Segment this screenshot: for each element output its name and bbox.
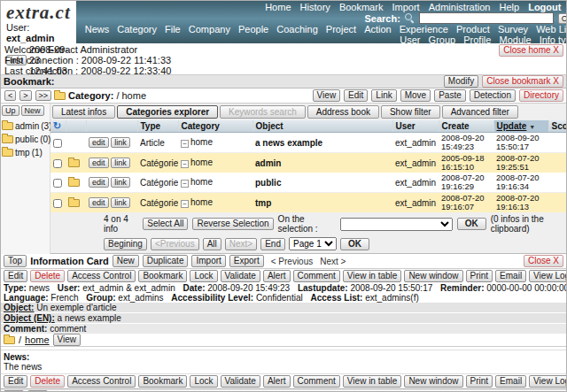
top-menu-link[interactable]: Bookmark xyxy=(339,2,384,12)
close-bookmark-button[interactable]: Close bookmark X xyxy=(482,75,563,88)
bottom-action-button[interactable]: View Log xyxy=(529,375,567,388)
row-edit-button[interactable]: edit xyxy=(89,177,109,188)
col-user[interactable]: User xyxy=(392,120,439,133)
object-link[interactable]: admin xyxy=(252,153,392,173)
row-link-button[interactable]: link xyxy=(111,158,130,168)
col-score[interactable]: Score xyxy=(548,120,567,133)
bottom-action-button[interactable]: Edit xyxy=(4,375,27,388)
table-row[interactable]: edit link Catégorie home admin ext_admin… xyxy=(50,153,567,173)
table-row[interactable]: edit link Catégorie home public ext_admi… xyxy=(50,173,567,193)
module-menu-link[interactable]: People xyxy=(238,24,268,35)
search-ok-button[interactable]: OK xyxy=(558,13,567,24)
card-action-button[interactable]: Alert xyxy=(263,270,291,282)
directory-button[interactable]: Directory xyxy=(519,89,563,102)
view-category-button[interactable]: View xyxy=(53,334,82,346)
tree-item[interactable]: tmp (1) xyxy=(2,146,49,159)
row-checkbox[interactable] xyxy=(53,199,62,208)
nav-last-button[interactable]: >> xyxy=(35,90,52,101)
card-action-button[interactable]: Delete xyxy=(30,270,65,282)
module-menu-link[interactable]: Coaching xyxy=(276,24,317,35)
refresh-icon[interactable] xyxy=(53,121,61,131)
bottom-action-button[interactable]: Validate xyxy=(221,375,260,388)
top-button[interactable]: Top xyxy=(4,255,27,267)
object-link[interactable]: public xyxy=(252,173,392,193)
top-menu-link[interactable]: Home xyxy=(265,2,291,12)
module-menu-link[interactable]: Category xyxy=(117,24,157,35)
tab[interactable]: Categories explorer xyxy=(117,105,218,119)
top-menu-link[interactable]: Logout xyxy=(528,2,561,12)
bottom-action-button[interactable]: Delete xyxy=(30,375,65,388)
move-button[interactable]: Move xyxy=(400,89,431,102)
page-select[interactable]: Page 1 xyxy=(289,237,337,250)
search-input[interactable] xyxy=(419,12,554,24)
module-menu-link[interactable]: File xyxy=(165,24,181,35)
nav-first-button[interactable]: < xyxy=(4,90,16,101)
tab[interactable]: Advanced filter xyxy=(442,105,518,119)
bottom-action-button[interactable]: Comment xyxy=(293,375,340,388)
card-action-button[interactable]: New window xyxy=(404,270,462,282)
next-page-button[interactable]: Next> xyxy=(225,238,257,250)
collapse-icon[interactable] xyxy=(181,140,189,148)
collapse-icon[interactable] xyxy=(181,200,189,208)
close-home-button[interactable]: Close home X xyxy=(499,44,563,57)
module-menu-link[interactable]: Product xyxy=(456,24,490,35)
tab[interactable]: Keywords search xyxy=(220,105,306,119)
object-link[interactable]: tmp xyxy=(252,193,392,213)
end-button[interactable]: End xyxy=(260,238,285,250)
row-edit-button[interactable]: edit xyxy=(89,197,109,208)
row-link-button[interactable]: link xyxy=(111,137,130,148)
bottom-action-button[interactable]: Alert xyxy=(263,375,291,388)
module-menu-link[interactable]: Company xyxy=(189,24,230,35)
close-card-button[interactable]: Close X xyxy=(524,255,563,267)
row-link-button[interactable]: link xyxy=(111,197,130,208)
module-menu-link[interactable]: Experience xyxy=(400,24,448,35)
top-menu-link[interactable]: Import xyxy=(392,2,419,12)
bottom-action-button[interactable]: View in table xyxy=(343,375,402,388)
col-category[interactable]: Category xyxy=(178,120,252,133)
col-create[interactable]: Create xyxy=(439,120,493,133)
row-checkbox[interactable] xyxy=(53,139,62,148)
new-card-button[interactable]: New xyxy=(113,255,139,267)
tab[interactable]: Latest infos xyxy=(52,105,115,119)
tab[interactable]: Address book xyxy=(307,105,379,119)
module-menu-link[interactable]: Action xyxy=(364,24,392,35)
selection-ok-button[interactable]: OK xyxy=(457,218,486,230)
collapse-icon[interactable] xyxy=(181,160,189,168)
detection-button[interactable]: Detection xyxy=(470,89,516,102)
bottom-action-button[interactable]: Access Control xyxy=(67,375,136,388)
top-menu-link[interactable]: Help xyxy=(499,2,519,12)
module-menu-link[interactable]: Project xyxy=(326,24,356,35)
link-button[interactable]: Link xyxy=(371,89,396,102)
top-menu-link[interactable]: Administration xyxy=(429,2,491,12)
card-action-button[interactable]: Email xyxy=(495,270,526,282)
up-button[interactable]: Up xyxy=(2,105,19,116)
table-row[interactable]: edit link Article home a news example ex… xyxy=(50,133,567,153)
bottom-action-button[interactable]: New window xyxy=(404,375,462,388)
bottom-action-button[interactable]: Lock xyxy=(190,375,217,388)
object-link[interactable]: a news example xyxy=(252,133,392,153)
module-menu-link[interactable]: News xyxy=(85,24,110,35)
card-action-button[interactable]: Edit xyxy=(4,270,27,282)
card-next-link[interactable]: Next > xyxy=(320,257,346,266)
top-menu-link[interactable]: History xyxy=(300,2,330,12)
begining-button[interactable]: Begining xyxy=(104,238,147,250)
row-checkbox[interactable] xyxy=(53,179,62,188)
new-button[interactable]: New xyxy=(21,105,44,116)
col-update[interactable]: Update xyxy=(493,120,548,133)
previous-page-button[interactable]: <Previous xyxy=(151,238,199,250)
col-type[interactable]: Type xyxy=(137,120,178,133)
page-ok-button[interactable]: OK xyxy=(340,238,369,250)
module-menu-link[interactable]: Survey xyxy=(498,24,528,35)
selection-action-select[interactable] xyxy=(340,218,453,231)
tree-item[interactable]: public (0) xyxy=(2,133,49,146)
card-action-button[interactable]: Print xyxy=(466,270,493,282)
paste-button[interactable]: Paste xyxy=(434,89,466,102)
modify-bookmark-button[interactable]: Modify xyxy=(444,75,478,88)
module-menu-link[interactable]: Web Link xyxy=(536,24,567,35)
bottom-action-button[interactable]: Email xyxy=(495,375,526,388)
reverse-selection-button[interactable]: Reverse Selection xyxy=(192,218,273,230)
row-edit-button[interactable]: edit xyxy=(89,158,109,168)
row-checkbox[interactable] xyxy=(53,159,62,168)
select-all-button[interactable]: Select All xyxy=(143,218,188,230)
tab[interactable]: Show filter xyxy=(381,105,440,119)
